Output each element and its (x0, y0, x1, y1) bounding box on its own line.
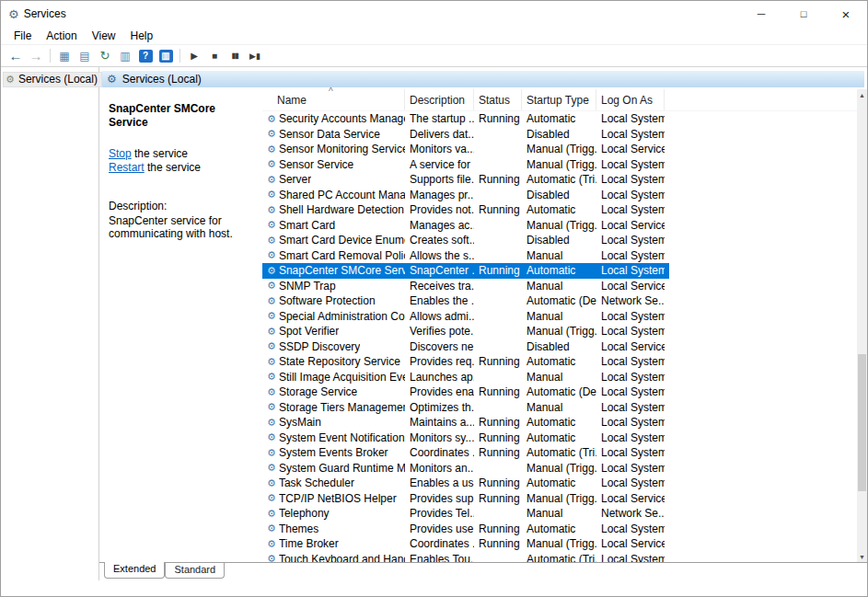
column-header-log_on_as[interactable]: Log On As (596, 89, 665, 110)
cell-log_on_as: Local Service (596, 142, 665, 157)
panel-header: ⚙ Services (Local) (102, 71, 864, 87)
service-gear-icon: ⚙ (267, 295, 276, 307)
cell-startup_type: Manual (Trigg... (522, 142, 596, 157)
minimize-button[interactable]: ─ (740, 1, 782, 27)
table-row[interactable]: ⚙Storage ServiceProvides ena...RunningAu… (262, 385, 669, 400)
cell-startup_type: Automatic (522, 354, 596, 370)
menu-help[interactable]: Help (123, 28, 161, 44)
table-row[interactable]: ⚙TelephonyProvides Tel...ManualNetwork S… (262, 506, 669, 522)
cell-log_on_as: Local System (596, 188, 665, 203)
cell-status (474, 461, 522, 476)
column-header-description[interactable]: Description (405, 89, 474, 110)
scroll-down-icon[interactable]: ▼ (857, 551, 867, 562)
cell-status: Running (474, 445, 522, 461)
table-row[interactable]: ⚙Smart Card Device Enumerat...Creates so… (262, 233, 669, 248)
service-gear-icon: ⚙ (267, 553, 276, 562)
service-gear-icon: ⚙ (267, 538, 276, 550)
cell-name: ⚙State Repository Service (262, 354, 405, 370)
service-description: SnapCenter service for communicating wit… (109, 214, 255, 240)
table-row[interactable]: ⚙Still Image Acquisition EventsLaunches … (262, 370, 669, 385)
table-row[interactable]: ⚙Shared PC Account ManagerManages pr...D… (262, 188, 669, 203)
cell-startup_type: Automatic (Tri... (522, 445, 596, 461)
tab-standard[interactable]: Standard (165, 563, 225, 579)
tree-item-services-local[interactable]: ⚙ Services (Local) (3, 72, 102, 87)
pause-service-button[interactable]: ▮▮ (225, 46, 245, 66)
cell-name: ⚙Security Accounts Manager (262, 111, 405, 127)
cell-name: ⚙System Event Notification S... (262, 431, 405, 446)
table-row[interactable]: ⚙Security Accounts ManagerThe startup ..… (262, 111, 669, 127)
show-action-pane-button[interactable]: ▥ (156, 46, 176, 66)
table-row[interactable]: ⚙Sensor Data ServiceDelivers dat...Disab… (262, 127, 669, 143)
table-row[interactable]: ⚙SysMainMaintains a...RunningAutomaticLo… (262, 415, 669, 431)
table-row[interactable]: ⚙Software ProtectionEnables the ...Autom… (262, 293, 669, 309)
stop-service-suffix: the service (132, 147, 188, 160)
start-service-button[interactable]: ▶ (184, 46, 204, 66)
restart-service-icon: ▶▮ (249, 52, 260, 61)
column-header-status[interactable]: Status (474, 89, 522, 110)
table-row[interactable]: ⚙TCP/IP NetBIOS HelperProvides sup...Run… (262, 491, 669, 507)
cell-description: Enables the ... (405, 293, 474, 309)
table-row[interactable]: ⚙Touch Keyboard and Handw...Enables Tou.… (262, 552, 669, 563)
table-row[interactable]: ⚙System Events BrokerCoordinates ...Runn… (262, 445, 669, 461)
table-row[interactable]: ⚙System Guard Runtime Mon...Monitors an.… (262, 461, 669, 476)
table-row[interactable]: ⚙Smart Card Removal PolicyAllows the s..… (262, 248, 669, 264)
restart-service-button[interactable]: ▶▮ (245, 46, 265, 66)
table-row[interactable]: ⚙SNMP TrapReceives tra...ManualLocal Ser… (262, 279, 669, 294)
table-row[interactable]: ⚙Spot VerifierVerifies pote...Manual (Tr… (262, 324, 669, 339)
cell-startup_type: Disabled (522, 339, 596, 355)
view-tab-bar: Extended Standard (99, 562, 867, 580)
cell-status (474, 552, 522, 563)
table-row[interactable]: ⚙ServerSupports file...RunningAutomatic … (262, 172, 669, 188)
cell-startup_type: Manual (Trigg... (522, 324, 596, 339)
table-vertical-scrollbar[interactable]: ▲ ▼ (857, 89, 867, 562)
cell-name: ⚙Time Broker (262, 536, 405, 552)
table-row[interactable]: ⚙Sensor ServiceA service for ...Manual (… (262, 157, 669, 173)
cell-name: ⚙System Guard Runtime Mon... (262, 461, 405, 476)
maximize-button[interactable]: □ (782, 1, 825, 27)
scroll-up-icon[interactable]: ▲ (857, 89, 867, 100)
cell-name: ⚙System Events Broker (262, 445, 405, 461)
stop-service-link[interactable]: Stop (109, 147, 132, 160)
scrollbar-thumb[interactable] (858, 354, 866, 491)
restart-service-link[interactable]: Restart (109, 161, 145, 174)
service-gear-icon: ⚙ (267, 431, 276, 443)
table-row[interactable]: ⚙SnapCenter SMCore ServiceSnapCenter ...… (262, 263, 669, 279)
tab-extended[interactable]: Extended (104, 562, 165, 579)
table-row[interactable]: ⚙System Event Notification S...Monitors … (262, 431, 669, 446)
show-console-tree-button[interactable]: ▦ (54, 46, 75, 66)
cell-log_on_as: Local Service (596, 218, 665, 234)
properties-button[interactable]: ▤ (75, 46, 95, 66)
cell-description: Creates soft... (405, 233, 474, 248)
table-row[interactable]: ⚙SSDP DiscoveryDiscovers ne...DisabledLo… (262, 339, 669, 355)
menu-action[interactable]: Action (39, 28, 84, 44)
cell-status: Running (474, 522, 522, 537)
back-button[interactable]: ← (6, 46, 26, 66)
close-button[interactable]: × (825, 1, 867, 27)
cell-description: Provides sup... (405, 491, 474, 507)
cell-description: Receives tra... (405, 279, 474, 294)
table-row[interactable]: ⚙ThemesProvides use...RunningAutomaticLo… (262, 522, 669, 537)
column-header-startup_type[interactable]: Startup Type (522, 89, 596, 110)
cell-name: ⚙Storage Service (262, 385, 405, 400)
table-row[interactable]: ⚙Storage Tiers ManagementOptimizes th...… (262, 400, 669, 416)
table-row[interactable]: ⚙State Repository ServiceProvides req...… (262, 354, 669, 370)
menu-view[interactable]: View (85, 28, 123, 44)
table-row[interactable]: ⚙Time BrokerCoordinates ...RunningManual… (262, 536, 669, 552)
table-row[interactable]: ⚙Shell Hardware DetectionProvides not...… (262, 202, 669, 218)
cell-status (474, 506, 522, 522)
forward-button[interactable]: → (26, 46, 46, 66)
refresh-button[interactable]: ↻ (95, 46, 115, 66)
table-row[interactable]: ⚙Task SchedulerEnables a us...RunningAut… (262, 476, 669, 491)
menu-file[interactable]: File (6, 28, 39, 44)
table-row[interactable]: ⚙Sensor Monitoring ServiceMonitors va...… (262, 142, 669, 157)
export-list-button[interactable]: ▥ (115, 46, 135, 66)
cell-status: Running (474, 111, 522, 127)
cell-description: SnapCenter ... (405, 263, 474, 279)
table-row[interactable]: ⚙Special Administration Cons...Allows ad… (262, 309, 669, 325)
table-row[interactable]: ⚙Smart CardManages ac...Manual (Trigg...… (262, 218, 669, 234)
stop-service-button[interactable]: ■ (204, 46, 225, 66)
column-header-name[interactable]: Name (262, 89, 405, 110)
cell-name: ⚙Touch Keyboard and Handw... (262, 552, 405, 563)
window-bottom-strip (1, 580, 867, 596)
help-button[interactable]: ? (135, 46, 156, 66)
